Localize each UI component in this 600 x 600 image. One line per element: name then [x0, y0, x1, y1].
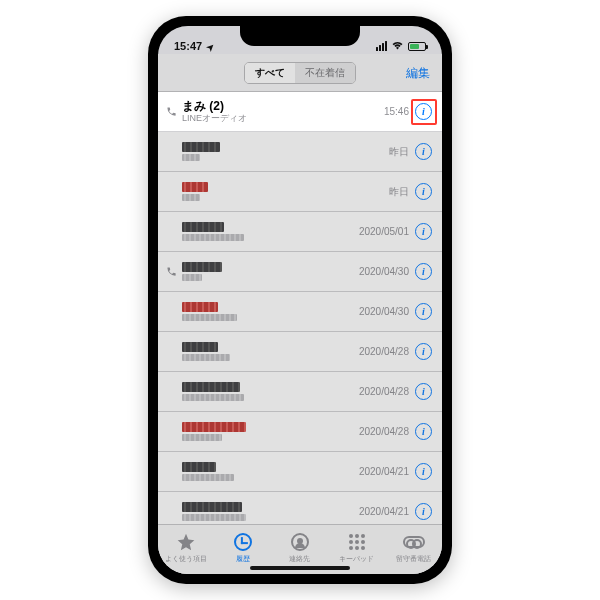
tab-contacts[interactable]: 連絡先 — [272, 531, 329, 564]
call-entry — [182, 422, 359, 441]
recents-list[interactable]: まみ (2)LINEオーディオ15:46i昨日i昨日i2020/05/01i20… — [158, 92, 442, 524]
info-button[interactable]: i — [415, 423, 432, 440]
tab-label: キーパッド — [339, 554, 374, 564]
call-entry — [182, 462, 359, 481]
call-entry — [182, 262, 359, 281]
tab-voicemail[interactable]: 留守番電話 — [385, 531, 442, 564]
call-timestamp: 昨日 — [389, 145, 409, 159]
outgoing-call-icon — [164, 266, 178, 277]
caller-name-redacted — [182, 222, 224, 232]
caller-sub-redacted — [182, 154, 200, 161]
caller-name-redacted — [182, 142, 220, 152]
caller-sub-redacted — [182, 194, 200, 201]
call-row[interactable]: まみ (2)LINEオーディオ15:46i — [158, 92, 442, 132]
call-row[interactable]: 昨日i — [158, 132, 442, 172]
call-timestamp: 昨日 — [389, 185, 409, 199]
contact-icon — [289, 531, 311, 553]
call-row[interactable]: 2020/04/28i — [158, 412, 442, 452]
call-timestamp: 15:46 — [384, 106, 409, 117]
call-entry — [182, 382, 359, 401]
segmented-control[interactable]: すべて 不在着信 — [244, 62, 356, 84]
call-entry — [182, 182, 389, 201]
call-row[interactable]: 2020/04/21i — [158, 452, 442, 492]
caller-sub-redacted — [182, 514, 246, 521]
caller-name: まみ (2) — [182, 99, 384, 113]
call-timestamp: 2020/04/28 — [359, 386, 409, 397]
caller-sub-redacted — [182, 394, 244, 401]
call-timestamp: 2020/04/21 — [359, 466, 409, 477]
caller-sub-redacted — [182, 354, 230, 361]
edit-button[interactable]: 編集 — [406, 64, 430, 81]
call-entry — [182, 502, 359, 521]
annotation-highlight — [411, 99, 437, 125]
info-button[interactable]: i — [415, 183, 432, 200]
caller-sub-redacted — [182, 474, 234, 481]
call-row[interactable]: 2020/05/01i — [158, 212, 442, 252]
clock-icon — [232, 531, 254, 553]
call-timestamp: 2020/04/30 — [359, 266, 409, 277]
call-row[interactable]: 昨日i — [158, 172, 442, 212]
voicemail-icon — [403, 531, 425, 553]
tab-label: 連絡先 — [289, 554, 310, 564]
call-entry — [182, 342, 359, 361]
tab-favorites[interactable]: よく使う項目 — [158, 531, 215, 564]
caller-name-redacted — [182, 302, 218, 312]
tab-keypad[interactable]: キーパッド — [328, 531, 385, 564]
status-indicators — [376, 40, 426, 52]
screen: 15:47 ➤ すべて 不在着信 編集 まみ (2)LINEオーディオ15:46… — [158, 26, 442, 574]
notch — [240, 26, 360, 46]
segment-missed[interactable]: 不在着信 — [295, 63, 355, 83]
caller-name-redacted — [182, 462, 216, 472]
tab-label: 履歴 — [236, 554, 250, 564]
info-button[interactable]: i — [415, 343, 432, 360]
call-entry — [182, 302, 359, 321]
call-entry — [182, 142, 389, 161]
keypad-icon — [346, 531, 368, 553]
info-button[interactable]: i — [415, 223, 432, 240]
nav-header: すべて 不在着信 編集 — [158, 54, 442, 92]
caller-sub-redacted — [182, 274, 202, 281]
caller-name-redacted — [182, 422, 246, 432]
clock-time: 15:47 — [174, 40, 202, 52]
info-button[interactable]: i — [415, 303, 432, 320]
caller-sub-redacted — [182, 234, 244, 241]
status-time: 15:47 ➤ — [174, 40, 215, 52]
call-entry: まみ (2)LINEオーディオ — [182, 99, 384, 124]
caller-name-redacted — [182, 342, 218, 352]
home-indicator[interactable] — [250, 566, 350, 570]
caller-name-redacted — [182, 182, 208, 192]
info-button[interactable]: i — [415, 143, 432, 160]
caller-sub-redacted — [182, 434, 222, 441]
battery-icon — [408, 42, 426, 51]
call-row[interactable]: 2020/04/28i — [158, 332, 442, 372]
call-timestamp: 2020/04/28 — [359, 426, 409, 437]
caller-sub-redacted — [182, 314, 237, 321]
call-row[interactable]: 2020/04/30i — [158, 292, 442, 332]
call-timestamp: 2020/04/21 — [359, 506, 409, 517]
info-button[interactable]: i — [415, 463, 432, 480]
call-entry — [182, 222, 359, 241]
info-button[interactable]: i — [415, 263, 432, 280]
call-timestamp: 2020/04/30 — [359, 306, 409, 317]
wifi-icon — [391, 40, 404, 52]
tab-label: 留守番電話 — [396, 554, 431, 564]
star-icon — [175, 531, 197, 553]
cellular-signal-icon — [376, 41, 387, 51]
call-row[interactable]: 2020/04/28i — [158, 372, 442, 412]
call-row[interactable]: 2020/04/30i — [158, 252, 442, 292]
info-button[interactable]: i — [415, 383, 432, 400]
call-row[interactable]: 2020/04/21i — [158, 492, 442, 524]
info-button[interactable]: i — [415, 503, 432, 520]
outgoing-call-icon — [164, 106, 178, 117]
call-timestamp: 2020/05/01 — [359, 226, 409, 237]
location-arrow-icon: ➤ — [205, 41, 218, 54]
phone-frame: 15:47 ➤ すべて 不在着信 編集 まみ (2)LINEオーディオ15:46… — [148, 16, 452, 584]
caller-sub: LINEオーディオ — [182, 113, 384, 124]
tab-recents[interactable]: 履歴 — [215, 531, 272, 564]
call-timestamp: 2020/04/28 — [359, 346, 409, 357]
segment-all[interactable]: すべて — [245, 63, 295, 83]
caller-name-redacted — [182, 502, 242, 512]
tab-label: よく使う項目 — [165, 554, 207, 564]
caller-name-redacted — [182, 382, 240, 392]
caller-name-redacted — [182, 262, 222, 272]
